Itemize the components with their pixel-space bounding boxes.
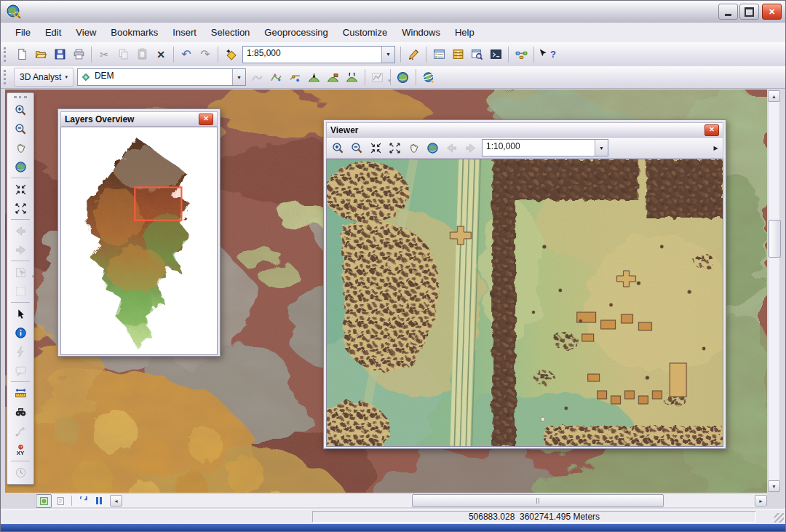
steepest-path-button[interactable] (344, 68, 361, 86)
modelbuilder-button[interactable] (512, 46, 530, 63)
forward-extent-button[interactable] (11, 240, 31, 259)
viewer-map-canvas[interactable] (327, 159, 723, 446)
viewer-forward-button[interactable] (461, 139, 479, 156)
menu-item-insert[interactable]: Insert (165, 24, 204, 41)
interpolate-point-button[interactable] (287, 68, 304, 86)
viewer-fixed-zoom-out-button[interactable] (386, 139, 403, 156)
back-extent-button[interactable] (11, 221, 31, 240)
horizontal-scrollbar[interactable]: ◄ ► (110, 494, 767, 507)
table-of-contents-button[interactable] (430, 46, 448, 63)
python-window-button[interactable] (487, 46, 504, 63)
whats-this-help-button[interactable]: ? (538, 46, 556, 63)
find-route-button[interactable] (11, 421, 31, 440)
go-to-xy-button[interactable]: XY (11, 440, 31, 459)
menu-item-geoprocessing[interactable]: Geoprocessing (257, 24, 335, 41)
add-data-button[interactable] (222, 46, 239, 63)
viewer-toolbar-expand-button[interactable]: ▶ (710, 139, 721, 156)
viewer-zoom-in-button[interactable] (329, 139, 346, 156)
viewer-scale-dropdown-button[interactable]: ▼ (595, 140, 608, 156)
copy-button[interactable] (114, 46, 132, 63)
redo-button[interactable]: ↷ (196, 46, 214, 63)
viewer-scale-value[interactable]: 1:10,000 (483, 140, 595, 156)
arcscene-button[interactable] (420, 68, 437, 86)
measure-button[interactable] (11, 384, 31, 402)
select-elements-button[interactable] (11, 304, 31, 323)
cut-button[interactable]: ✂ (95, 46, 113, 63)
pan-button[interactable] (11, 138, 31, 157)
layer-combo-value[interactable]: DEM (91, 69, 232, 85)
layout-view-button[interactable] (53, 495, 68, 507)
clear-selection-button[interactable] (11, 282, 31, 301)
extent-rectangle[interactable] (135, 187, 181, 220)
html-popup-button[interactable] (11, 361, 31, 380)
select-features-button[interactable]: ▼ (11, 263, 31, 282)
interpolate-polygon-button[interactable] (268, 68, 285, 86)
menu-item-edit[interactable]: Edit (38, 24, 68, 41)
fixed-zoom-out-button[interactable] (11, 199, 31, 218)
overview-map-canvas[interactable] (61, 127, 217, 354)
toolbar-grip[interactable] (4, 70, 9, 84)
save-button[interactable] (51, 46, 68, 63)
full-extent-button[interactable] (11, 157, 31, 176)
zoom-out-button[interactable] (11, 119, 31, 138)
toolbar-grip[interactable] (14, 96, 27, 98)
viewer-titlebar[interactable]: Viewer ✕ (326, 122, 723, 138)
scroll-right-button[interactable]: ► (755, 495, 767, 507)
vertical-scroll-thumb[interactable] (769, 220, 781, 258)
delete-button[interactable]: ✕ (152, 46, 170, 63)
fixed-zoom-in-button[interactable] (11, 180, 31, 199)
viewer-close-button[interactable]: ✕ (704, 124, 719, 136)
profile-graph-button[interactable]: ▼ (369, 68, 386, 86)
print-button[interactable] (70, 46, 87, 63)
new-document-button[interactable] (13, 46, 31, 63)
viewer-zoom-out-button[interactable] (348, 139, 365, 156)
scroll-left-button[interactable]: ◄ (110, 495, 122, 507)
undo-button[interactable]: ↶ (178, 46, 195, 63)
find-button[interactable] (11, 402, 31, 421)
refresh-view-button[interactable] (76, 495, 90, 507)
interpolate-line-button[interactable] (249, 68, 266, 86)
menu-item-customize[interactable]: Customize (336, 24, 394, 41)
menu-item-windows[interactable]: Windows (394, 24, 448, 41)
minimize-button[interactable] (718, 4, 738, 20)
layers-overview-map[interactable] (60, 127, 218, 355)
data-view-button[interactable] (36, 494, 52, 508)
paste-button[interactable] (133, 46, 151, 63)
line-of-sight-button[interactable] (306, 68, 323, 86)
window-resize-grip[interactable] (774, 513, 784, 523)
menu-item-selection[interactable]: Selection (204, 24, 257, 41)
maximize-button[interactable] (739, 4, 759, 20)
menu-item-bookmarks[interactable]: Bookmarks (103, 24, 165, 41)
title-bar[interactable]: ✕ (1, 1, 785, 23)
scroll-up-button[interactable]: ▲ (768, 90, 780, 102)
map-scale-dropdown-button[interactable]: ▼ (381, 47, 394, 63)
hyperlink-button[interactable] (11, 342, 31, 361)
arcglobe-button[interactable] (394, 68, 412, 86)
layer-combo-dropdown-button[interactable]: ▼ (232, 69, 245, 85)
zoom-in-button[interactable] (11, 100, 31, 119)
time-slider-button[interactable] (11, 463, 31, 482)
horizontal-scroll-thumb[interactable] (412, 494, 663, 507)
layers-overview-close-button[interactable]: ✕ (199, 114, 213, 125)
close-button[interactable]: ✕ (762, 4, 782, 20)
menu-item-help[interactable]: Help (448, 24, 482, 41)
viewer-full-extent-button[interactable] (424, 139, 441, 156)
menu-item-view[interactable]: View (68, 24, 103, 41)
create-tin-button[interactable] (325, 68, 342, 86)
identify-button[interactable] (11, 323, 31, 342)
viewer-map[interactable] (326, 159, 723, 447)
map-scale-value[interactable]: 1:85,000 (243, 47, 381, 63)
toolbar-grip[interactable] (4, 47, 9, 62)
search-window-button[interactable] (468, 46, 485, 63)
map-scale-combo[interactable]: 1:85,000 ▼ (242, 46, 395, 63)
layers-overview-titlebar[interactable]: Layers Overview ✕ (60, 111, 218, 127)
editor-toolbar-button[interactable] (405, 46, 422, 63)
vertical-scrollbar[interactable]: ▲ ▼ (768, 90, 780, 493)
open-button[interactable] (32, 46, 49, 63)
viewer-scale-combo[interactable]: 1:10,000 ▼ (482, 139, 608, 156)
scroll-down-button[interactable]: ▼ (768, 480, 780, 492)
catalog-window-button[interactable] (449, 46, 467, 63)
viewer-back-button[interactable] (442, 139, 460, 156)
pause-drawing-button[interactable] (92, 495, 106, 507)
layer-combo[interactable]: DEM ▼ (77, 68, 246, 86)
